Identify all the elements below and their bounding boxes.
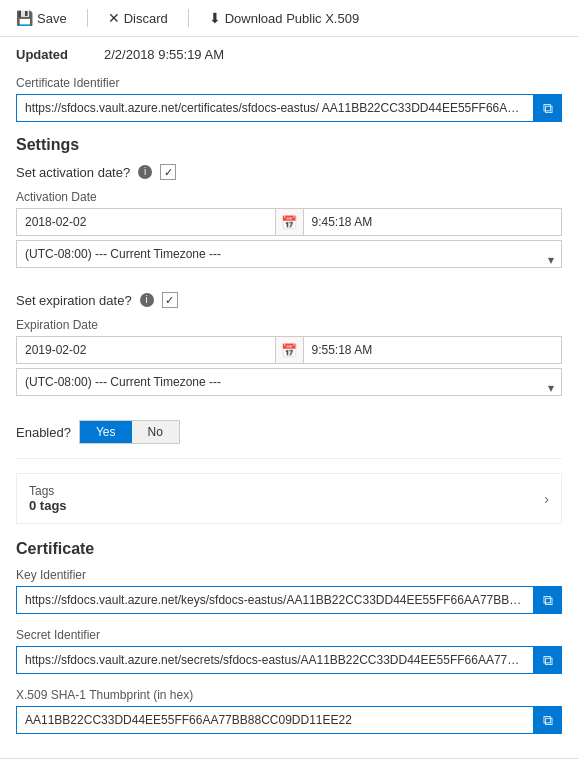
key-identifier-row: ⧉ bbox=[16, 586, 562, 614]
calendar-icon: 📅 bbox=[281, 215, 297, 230]
secret-identifier-row: ⧉ bbox=[16, 646, 562, 674]
certificate-identifier-input[interactable] bbox=[16, 94, 534, 122]
activation-timezone-select[interactable]: (UTC-08:00) --- Current Timezone --- bbox=[16, 240, 562, 268]
copy-icon3: ⧉ bbox=[543, 652, 553, 669]
key-identifier-input[interactable] bbox=[16, 586, 534, 614]
activation-date-setting-row: Set activation date? i bbox=[16, 164, 562, 180]
certificate-heading: Certificate bbox=[16, 540, 562, 558]
expiration-date-setting-row: Set expiration date? i bbox=[16, 292, 562, 308]
settings-section: Settings Set activation date? i Activati… bbox=[16, 136, 562, 524]
certificate-identifier-row: ⧉ bbox=[16, 94, 562, 122]
activation-date-group: Activation Date 📅 (UTC-08:00) --- Curren… bbox=[16, 190, 562, 280]
activation-time-input[interactable] bbox=[304, 208, 563, 236]
secret-identifier-copy-button[interactable]: ⧉ bbox=[534, 646, 562, 674]
save-icon: 💾 bbox=[16, 10, 33, 26]
expiration-date-info-icon[interactable]: i bbox=[140, 293, 154, 307]
expiration-timezone-wrapper: (UTC-08:00) --- Current Timezone --- bbox=[16, 368, 562, 408]
meta-row: Updated 2/2/2018 9:55:19 AM bbox=[16, 47, 562, 62]
enabled-row: Enabled? Yes No bbox=[16, 420, 562, 459]
download-label: Download Public X.509 bbox=[225, 11, 359, 26]
toolbar: 💾 Save ✕ Discard ⬇ Download Public X.509 bbox=[0, 0, 578, 37]
separator bbox=[87, 9, 88, 27]
nav-next-button[interactable]: › bbox=[291, 767, 308, 771]
expiration-datetime-row: 📅 bbox=[16, 336, 562, 364]
certificate-section: Certificate Key Identifier ⧉ Secret Iden… bbox=[16, 540, 562, 734]
bottom-nav: « ‹ › » bbox=[0, 758, 578, 771]
download-button[interactable]: ⬇ Download Public X.509 bbox=[205, 8, 363, 28]
updated-value: 2/2/2018 9:55:19 AM bbox=[104, 47, 224, 62]
enabled-toggle-group: Yes No bbox=[79, 420, 180, 444]
activation-date-calendar-button[interactable]: 📅 bbox=[276, 208, 304, 236]
calendar-icon2: 📅 bbox=[281, 343, 297, 358]
activation-timezone-wrapper: (UTC-08:00) --- Current Timezone --- bbox=[16, 240, 562, 280]
activation-date-input[interactable] bbox=[16, 208, 276, 236]
key-identifier-copy-button[interactable]: ⧉ bbox=[534, 586, 562, 614]
tags-title: Tags bbox=[29, 484, 67, 498]
activation-date-checkbox[interactable] bbox=[160, 164, 176, 180]
tags-row[interactable]: Tags 0 tags › bbox=[16, 473, 562, 524]
expiration-date-checkbox[interactable] bbox=[162, 292, 178, 308]
secret-identifier-input[interactable] bbox=[16, 646, 534, 674]
copy-icon4: ⧉ bbox=[543, 712, 553, 729]
nav-last-button[interactable]: » bbox=[312, 767, 333, 771]
settings-heading: Settings bbox=[16, 136, 562, 154]
certificate-identifier-label: Certificate Identifier bbox=[16, 76, 562, 90]
expiration-date-field-label: Expiration Date bbox=[16, 318, 562, 332]
expiration-date-calendar-button[interactable]: 📅 bbox=[276, 336, 304, 364]
copy-icon2: ⧉ bbox=[543, 592, 553, 609]
enabled-no-button[interactable]: No bbox=[132, 421, 179, 443]
expiration-time-input[interactable] bbox=[304, 336, 563, 364]
certificate-identifier-copy-button[interactable]: ⧉ bbox=[534, 94, 562, 122]
tags-chevron-right-icon: › bbox=[544, 491, 549, 507]
save-button[interactable]: 💾 Save bbox=[12, 8, 71, 28]
activation-date-field-label: Activation Date bbox=[16, 190, 562, 204]
separator2 bbox=[188, 9, 189, 27]
thumbprint-group: X.509 SHA-1 Thumbprint (in hex) ⧉ bbox=[16, 688, 562, 734]
expiration-date-input[interactable] bbox=[16, 336, 276, 364]
certificate-identifier-group: Certificate Identifier ⧉ bbox=[16, 76, 562, 122]
discard-button[interactable]: ✕ Discard bbox=[104, 8, 172, 28]
save-label: Save bbox=[37, 11, 67, 26]
key-identifier-label: Key Identifier bbox=[16, 568, 562, 582]
activation-date-label: Set activation date? bbox=[16, 165, 130, 180]
copy-icon: ⧉ bbox=[543, 100, 553, 117]
secret-identifier-label: Secret Identifier bbox=[16, 628, 562, 642]
tags-count: 0 tags bbox=[29, 498, 67, 513]
enabled-yes-button[interactable]: Yes bbox=[80, 421, 132, 443]
nav-prev-button[interactable]: ‹ bbox=[270, 767, 287, 771]
thumbprint-label: X.509 SHA-1 Thumbprint (in hex) bbox=[16, 688, 562, 702]
main-content: Updated 2/2/2018 9:55:19 AM Certificate … bbox=[0, 37, 578, 758]
activation-date-info-icon[interactable]: i bbox=[138, 165, 152, 179]
download-icon: ⬇ bbox=[209, 10, 221, 26]
secret-identifier-group: Secret Identifier ⧉ bbox=[16, 628, 562, 674]
activation-datetime-row: 📅 bbox=[16, 208, 562, 236]
nav-first-button[interactable]: « bbox=[245, 767, 266, 771]
thumbprint-copy-button[interactable]: ⧉ bbox=[534, 706, 562, 734]
discard-icon: ✕ bbox=[108, 10, 120, 26]
expiration-timezone-select[interactable]: (UTC-08:00) --- Current Timezone --- bbox=[16, 368, 562, 396]
updated-label: Updated bbox=[16, 47, 96, 62]
enabled-label: Enabled? bbox=[16, 425, 71, 440]
expiration-date-group: Expiration Date 📅 (UTC-08:00) --- Curren… bbox=[16, 318, 562, 408]
thumbprint-row: ⧉ bbox=[16, 706, 562, 734]
thumbprint-input[interactable] bbox=[16, 706, 534, 734]
tags-content: Tags 0 tags bbox=[29, 484, 67, 513]
key-identifier-group: Key Identifier ⧉ bbox=[16, 568, 562, 614]
discard-label: Discard bbox=[124, 11, 168, 26]
expiration-date-label: Set expiration date? bbox=[16, 293, 132, 308]
